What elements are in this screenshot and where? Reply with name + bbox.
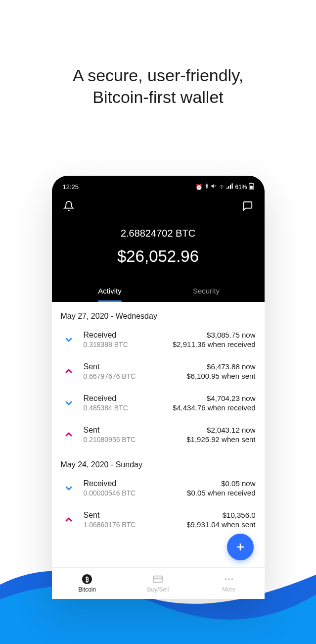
signal-icon — [226, 183, 233, 191]
svg-rect-9 — [250, 186, 253, 189]
chevron-up-icon — [61, 366, 77, 376]
status-bar: 12:25 ⏰ 61% — [52, 176, 265, 195]
svg-point-2 — [222, 188, 222, 189]
tx-value-then: $4,434.76 when received — [155, 403, 256, 412]
bluetooth-icon — [204, 183, 209, 191]
mute-icon — [211, 183, 217, 191]
tx-type: Sent — [84, 511, 148, 520]
tx-amount-btc: 0.485384 BTC — [84, 404, 148, 412]
bitcoin-icon: ₿ — [82, 574, 92, 585]
tx-type: Sent — [84, 426, 148, 435]
tx-amount-btc: 0.318388 BTC — [84, 341, 148, 348]
notifications-button[interactable] — [63, 200, 75, 212]
tx-value-now: $3,085.75 now — [155, 331, 256, 339]
svg-point-17 — [228, 578, 230, 580]
battery-percent: 61% — [235, 184, 247, 191]
transaction-row[interactable]: Received 0.318388 BTC $3,085.75 now $2,9… — [52, 324, 265, 355]
tx-amount-btc: 0.66797676 BTC — [84, 372, 148, 380]
tx-value-then: $9,931.04 when sent — [155, 520, 256, 529]
battery-icon — [249, 183, 254, 191]
transaction-row[interactable]: Sent 0.21080955 BTC $2,043.12 now $1,925… — [52, 419, 265, 450]
nav-buysell-label: Buy/Sell — [147, 586, 169, 593]
nav-bitcoin-label: Bitcoin — [78, 586, 96, 593]
tab-security[interactable]: Security — [158, 281, 255, 302]
balance-section: 2.68824702 BTC $26,052.96 — [52, 215, 265, 281]
bottom-nav: ₿ Bitcoin Buy/Sell More — [52, 567, 265, 599]
svg-text:₿: ₿ — [86, 576, 89, 583]
svg-rect-4 — [228, 186, 229, 189]
balance-btc: 2.68824702 BTC — [52, 228, 265, 239]
svg-rect-3 — [226, 188, 227, 189]
status-icons: ⏰ 61% — [195, 183, 253, 191]
wifi-icon — [218, 183, 225, 191]
svg-point-18 — [231, 578, 233, 580]
phone-frame: 12:25 ⏰ 61% — [52, 176, 265, 599]
nav-buysell[interactable]: Buy/Sell — [123, 568, 193, 599]
date-header: May 24, 2020 - Sunday — [52, 450, 265, 472]
svg-rect-6 — [232, 183, 233, 189]
balance-usd: $26,052.96 — [52, 247, 265, 266]
card-icon — [152, 574, 163, 585]
chevron-down-icon — [61, 483, 77, 493]
nav-more-label: More — [222, 586, 235, 593]
svg-point-16 — [225, 578, 227, 580]
tx-value-now: $6,473.88 now — [155, 362, 256, 371]
tx-type: Sent — [84, 362, 148, 371]
tx-amount-btc: 1.06860176 BTC — [84, 521, 148, 529]
tab-activity[interactable]: Activity — [62, 281, 158, 302]
tx-value-now: $10,356.0 — [155, 511, 256, 519]
tx-value-then: $6,100.95 when sent — [155, 372, 256, 380]
transaction-row[interactable]: Received 0.485384 BTC $4,704.23 now $4,4… — [52, 387, 265, 419]
tx-value-now: $2,043.12 now — [155, 426, 256, 434]
alarm-icon: ⏰ — [195, 184, 203, 191]
tx-type: Received — [84, 479, 148, 488]
nav-bitcoin[interactable]: ₿ Bitcoin — [52, 568, 123, 599]
more-icon — [224, 574, 234, 585]
tabs: Activity Security — [52, 281, 265, 302]
chevron-down-icon — [61, 398, 77, 408]
transaction-row[interactable]: Sent 0.66797676 BTC $6,473.88 now $6,100… — [52, 355, 265, 387]
hero-title: A secure, user-friendly, Bitcoin-first w… — [0, 64, 316, 108]
hero-line2: Bitcoin-first wallet — [92, 88, 224, 106]
add-button[interactable] — [227, 534, 254, 560]
hero-line1: A secure, user-friendly, — [73, 66, 243, 85]
chat-button[interactable] — [242, 200, 254, 212]
tx-value-then: $1,925.92 when sent — [155, 435, 256, 444]
transaction-row[interactable]: Sent 1.06860176 BTC $10,356.0 $9,931.04 … — [52, 504, 265, 536]
tx-amount-btc: 0.00000546 BTC — [84, 489, 148, 497]
tx-value-now: $0.05 now — [155, 479, 256, 488]
tx-type: Received — [84, 394, 148, 403]
nav-more[interactable]: More — [193, 568, 264, 599]
date-header: May 27, 2020 - Wednesday — [52, 302, 265, 324]
chevron-up-icon — [61, 515, 77, 525]
chevron-up-icon — [61, 430, 77, 440]
tx-amount-btc: 0.21080955 BTC — [84, 436, 148, 444]
status-time: 12:25 — [63, 183, 79, 191]
svg-rect-5 — [230, 185, 231, 189]
tx-value-then: $0.05 when received — [155, 489, 256, 497]
chevron-down-icon — [61, 335, 77, 345]
app-header — [52, 195, 265, 215]
tx-value-then: $2,911.36 when received — [155, 340, 256, 348]
svg-rect-14 — [153, 576, 162, 583]
transaction-row[interactable]: Received 0.00000546 BTC $0.05 now $0.05 … — [52, 472, 265, 504]
tx-value-now: $4,704.23 now — [155, 394, 256, 402]
tx-type: Received — [84, 331, 148, 340]
